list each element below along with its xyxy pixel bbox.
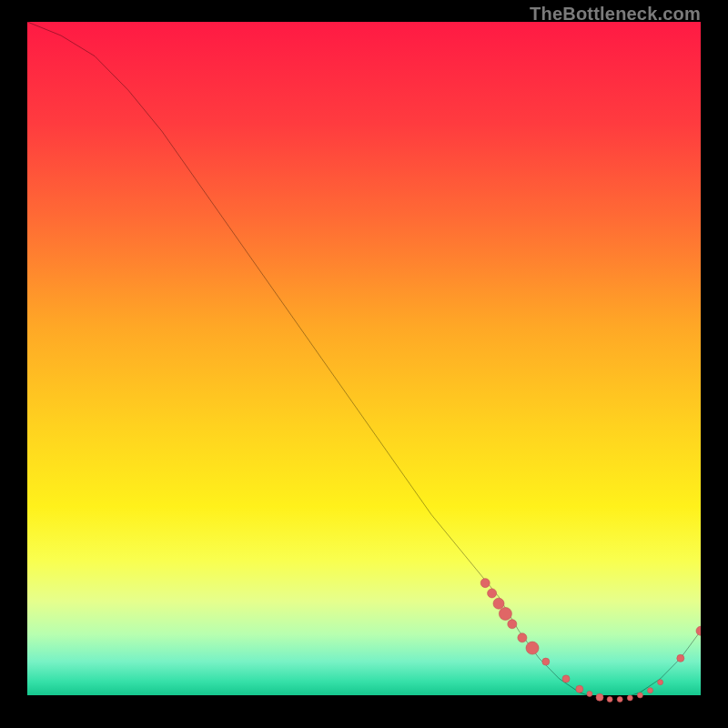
data-point (637, 693, 642, 698)
data-point (596, 693, 603, 701)
data-point (696, 626, 701, 635)
data-point (648, 688, 653, 693)
data-point (607, 696, 612, 702)
data-point (508, 620, 517, 629)
data-point (526, 642, 539, 654)
data-point (499, 607, 511, 620)
chart-stage: TheBottleneck.com (0, 0, 728, 728)
data-point (576, 685, 583, 693)
data-point (480, 579, 490, 588)
data-point (617, 696, 622, 702)
data-point (493, 598, 504, 609)
data-point (518, 633, 527, 642)
data-point (658, 680, 663, 685)
data-point (627, 695, 632, 701)
data-point (587, 691, 592, 696)
plot-area (27, 22, 701, 706)
scatter-points (480, 579, 701, 703)
data-point (677, 654, 684, 662)
data-point (562, 675, 570, 682)
data-point (488, 589, 497, 598)
data-point (542, 658, 550, 665)
points-layer (27, 22, 701, 706)
